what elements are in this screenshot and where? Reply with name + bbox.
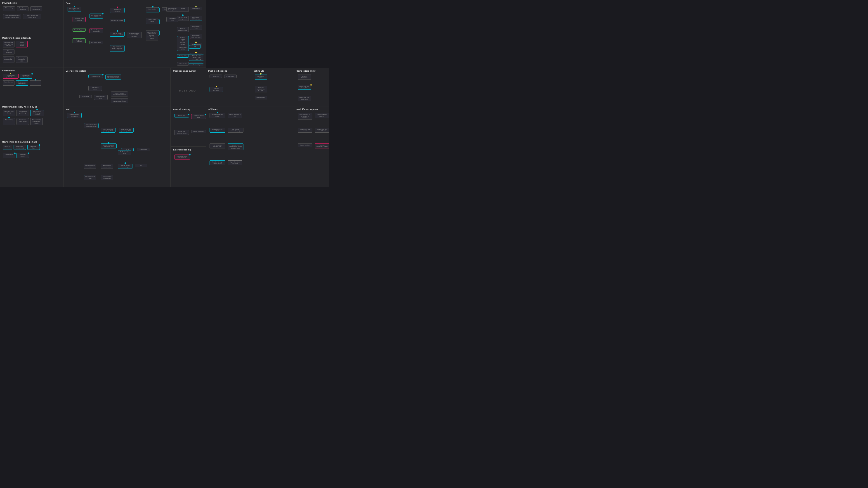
- mkt-hosted-node-3: Paid to upload landing pages (Partner): [30, 110, 44, 116]
- newsletters-content: Return trip Reactivation booking (start)…: [2, 144, 61, 184]
- mkt-ext-node-3: Online advertising: [3, 49, 14, 54]
- mkt-ext-node-4: Search engine marketing, PPC: [3, 56, 14, 63]
- marketing-ext-title: Marketing hosted externally: [2, 37, 61, 39]
- mkt-hosted-title: Marketing/discovery hosted by us: [2, 106, 61, 108]
- native-title: Native UIs: [254, 70, 291, 72]
- irl-node-2: Out of home advertising: [17, 6, 29, 11]
- internal-booking-title: Internal booking: [173, 108, 204, 110]
- social-node-4: Twitter content published by us: [16, 80, 28, 86]
- irl-node-1: TV advertising: [3, 6, 15, 11]
- web-title: Web: [66, 108, 168, 110]
- competitors-title: Competitors and ot: [297, 70, 327, 72]
- mkt-hosted-node-2: Individual blog post (listing): [17, 110, 29, 116]
- news-node-1: Return trip: [3, 145, 12, 150]
- social-node-5: [30, 80, 41, 86]
- news-node-2: Reactivation booking (start): [13, 145, 26, 150]
- mkt-ext-node-2: Placed Facebook content: [16, 41, 28, 47]
- push-title: Push notifications: [209, 70, 249, 72]
- irl-marketing-title: IRL marketing: [2, 2, 61, 4]
- irl-node-5: Topical features that mention (adref): [23, 14, 41, 19]
- user-profile-title: User profile system: [66, 70, 168, 72]
- user-bookings-title: User bookings system: [173, 70, 204, 72]
- mkt-hosted-node-6: Blog / marketing landing pages (Partner): [30, 118, 43, 125]
- social-node-3: Referral content: [3, 80, 14, 86]
- irl-marketing-content: TV advertising Out of home advertising E…: [2, 5, 61, 32]
- news-node-5: Newsletter: (others): [17, 153, 29, 158]
- newsletters-title: Newsletters and marketing emails: [2, 141, 61, 143]
- mkt-hosted-node-1: Blog home page (listing): [3, 110, 15, 116]
- social-node-1: Organic social published by us: [3, 74, 19, 78]
- irl-node-4: Podcasts/interviews about (link) and men…: [3, 14, 21, 19]
- irl-node-3: Event sponsorships: [30, 6, 42, 11]
- marketing-ext-content: Retargeting via other apps / ad networks…: [2, 40, 61, 65]
- apps-title: Apps: [66, 2, 204, 4]
- mkt-hosted-content: Blog home page (listing) Individual blog…: [2, 109, 61, 136]
- news-node-4: Tracking email: [3, 153, 15, 158]
- mkt-ext-node-5: Search engine optimisation (SEO): [16, 56, 28, 63]
- social-content: Organic social published by us Topical c…: [2, 73, 61, 101]
- news-node-3: Newsletter: digest: [27, 145, 40, 150]
- rest-only-label: REST ONLY: [173, 73, 204, 106]
- social-node-2: Topical content published by us: [20, 74, 32, 78]
- affiliates-title: Affiliates: [209, 108, 291, 110]
- mkt-hosted-node-4: Trip discovery: [3, 118, 15, 125]
- real-life-title: Real life and support: [297, 108, 327, 110]
- mkt-ext-node-1: Retargeting via other apps / ad networks: [3, 41, 14, 47]
- external-booking-title: External booking: [173, 149, 204, 151]
- mkt-hosted-node-5: Events video pages (listing): [17, 118, 29, 125]
- social-title: Social media: [2, 70, 61, 72]
